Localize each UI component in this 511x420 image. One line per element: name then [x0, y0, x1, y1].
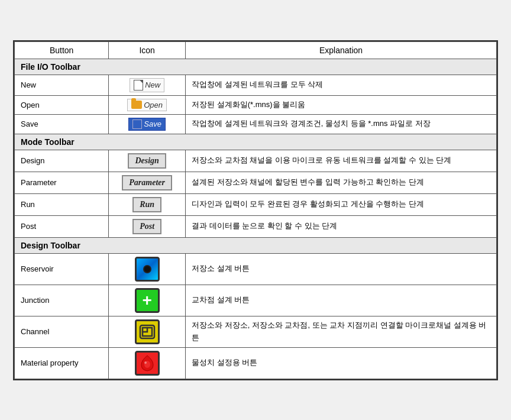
button-label-open: Open — [15, 95, 109, 114]
header-explanation: Explanation — [186, 41, 497, 59]
button-label-channel: Channel — [15, 316, 109, 347]
save-icon: Save — [128, 118, 166, 131]
folder-icon — [131, 101, 142, 109]
icon-cell-junction: + — [109, 285, 186, 316]
table-row: Open Open 저장된 설계화일(*.mns)을 불리움 — [15, 95, 497, 114]
header-icon: Icon — [109, 41, 186, 59]
design-button-icon: Design — [128, 153, 166, 169]
table-row: Reservoir 저장소 설계 버튼 — [15, 253, 497, 285]
svg-point-3 — [144, 361, 147, 364]
button-label-parameter: Parameter — [15, 172, 109, 193]
icon-cell-reservoir — [109, 253, 186, 285]
icon-cell-material — [109, 347, 186, 379]
section-file-io-label: File I/O Toolbar — [15, 59, 497, 75]
run-button-icon: Run — [132, 197, 161, 212]
section-mode: Mode Toolbar — [15, 134, 497, 150]
section-mode-label: Mode Toolbar — [15, 134, 497, 150]
icon-cell-run: Run — [109, 193, 186, 215]
icon-cell-new: New — [109, 75, 186, 95]
explanation-parameter: 설계된 저장소와 채널에 할당된 변수를 입력 가능하고 확인하는 단계 — [186, 172, 497, 193]
reservoir-icon — [135, 257, 160, 282]
channel-icon — [135, 319, 160, 344]
reference-table: Button Icon Explanation File I/O Toolbar… — [14, 41, 497, 379]
icon-cell-save: Save — [109, 114, 186, 134]
explanation-design: 저장소와 교차점 채널을 이용 마이크로 유동 네트워크를 설계할 수 있는 단… — [186, 150, 497, 172]
button-label-save: Save — [15, 114, 109, 134]
icon-cell-channel — [109, 316, 186, 347]
icon-cell-parameter: Parameter — [109, 172, 186, 193]
button-label-design: Design — [15, 150, 109, 172]
explanation-material: 물성치 설정용 버튼 — [186, 347, 497, 379]
junction-icon: + — [135, 288, 160, 313]
button-label-new: New — [15, 75, 109, 95]
post-button-icon: Post — [132, 219, 161, 234]
table-row: Save Save 작업창에 설계된 네트워크와 경계조건, 물성치 등을 *.… — [15, 114, 497, 134]
explanation-open: 저장된 설계화일(*.mns)을 불리움 — [186, 95, 497, 114]
table-row: Post Post 결과 데이터를 눈으로 확인 할 수 있는 단계 — [15, 215, 497, 237]
button-label-material: Material property — [15, 347, 109, 379]
button-label-post: Post — [15, 215, 109, 237]
icon-cell-design: Design — [109, 150, 186, 172]
button-label-reservoir: Reservoir — [15, 253, 109, 285]
table-row: Channel 저장소와 저장소, 저장소와 교차점, 또는 교차 지점끼리 연… — [15, 316, 497, 347]
section-file-io: File I/O Toolbar — [15, 59, 497, 75]
explanation-junction: 교차점 설계 버튼 — [186, 285, 497, 316]
explanation-post: 결과 데이터를 눈으로 확인 할 수 있는 단계 — [186, 215, 497, 237]
new-icon-label: New — [145, 80, 160, 89]
save-icon-label: Save — [144, 119, 161, 128]
table-row: Parameter Parameter 설계된 저장소와 채널에 할당된 변수를… — [15, 172, 497, 193]
table-row: Material property 물성치 설정용 버튼 — [15, 347, 497, 379]
table-row: Run Run 디자인과 입력이 모두 완료된 경우 활성화되고 게산을 수행하… — [15, 193, 497, 215]
section-design-toolbar-label: Design Toolbar — [15, 237, 497, 253]
junction-plus-symbol: + — [142, 292, 151, 309]
button-label-run: Run — [15, 193, 109, 215]
table-row: Junction + 교차점 설계 버튼 — [15, 285, 497, 316]
header-button: Button — [15, 41, 109, 59]
explanation-reservoir: 저장소 설계 버튼 — [186, 253, 497, 285]
material-icon — [135, 351, 160, 376]
open-icon-label: Open — [144, 101, 163, 109]
channel-svg — [139, 324, 156, 340]
reservoir-dot — [143, 265, 151, 273]
button-label-junction: Junction — [15, 285, 109, 316]
document-icon — [134, 80, 143, 91]
explanation-new: 작업창에 설계된 네트워크를 모두 삭제 — [186, 75, 497, 95]
icon-cell-open: Open — [109, 95, 186, 114]
section-design-toolbar: Design Toolbar — [15, 237, 497, 253]
explanation-channel: 저장소와 저장소, 저장소와 교차점, 또는 교차 지점끼리 연결할 마이크로채… — [186, 316, 497, 347]
icon-cell-post: Post — [109, 215, 186, 237]
table-row: New New 작업창에 설계된 네트워크를 모두 삭제 — [15, 75, 497, 95]
material-svg — [139, 354, 156, 372]
explanation-save: 작업창에 설계된 네트워크와 경계조건, 물성치 등을 *.mns 파일로 저장 — [186, 114, 497, 134]
parameter-button-icon: Parameter — [122, 175, 172, 190]
table-row: Design Design 저장소와 교차점 채널을 이용 마이크로 유동 네트… — [15, 150, 497, 172]
main-table-container: Button Icon Explanation File I/O Toolbar… — [13, 40, 498, 380]
disk-icon — [132, 119, 142, 129]
open-icon: Open — [127, 99, 167, 111]
explanation-run: 디자인과 입력이 모두 완료된 경우 활성화되고 게산을 수행하는 단계 — [186, 193, 497, 215]
new-icon: New — [130, 78, 164, 92]
